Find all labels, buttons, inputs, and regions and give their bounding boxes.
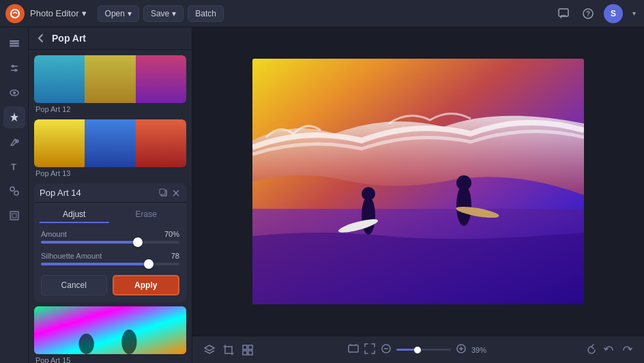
- svg-point-15: [10, 187, 14, 191]
- preset-thumb-13: [34, 119, 186, 167]
- app-title-chevron: ▾: [82, 8, 87, 18]
- rail-effects-button[interactable]: [3, 106, 25, 128]
- canvas-image: [252, 59, 584, 304]
- svg-rect-37: [248, 351, 252, 355]
- canvas-area: [192, 27, 644, 336]
- amount-slider-thumb[interactable]: [133, 237, 143, 247]
- expanded-copy-button[interactable]: [159, 188, 169, 198]
- rail-paint-button[interactable]: [3, 131, 25, 153]
- icon-rail: T: [0, 27, 29, 363]
- apply-button[interactable]: Apply: [113, 275, 180, 295]
- rail-objects-button[interactable]: [3, 180, 25, 202]
- svg-rect-5: [10, 43, 19, 45]
- app-logo: [5, 4, 25, 23]
- bottom-bar: 39%: [192, 336, 644, 363]
- rail-layers-button[interactable]: [3, 33, 25, 55]
- svg-point-32: [456, 175, 471, 190]
- bottom-history-button[interactable]: [585, 344, 598, 356]
- expanded-buttons: Cancel Apply: [34, 271, 186, 302]
- svg-rect-6: [10, 45, 19, 47]
- left-panel: Pop Art Pop Art 12 Pop Art 13: [29, 27, 192, 363]
- topbar-actions: Open ▾ Save ▾ Batch: [98, 5, 224, 22]
- preset-item-12[interactable]: Pop Art 12: [34, 55, 186, 115]
- svg-point-25: [121, 330, 136, 354]
- topbar-right: ? S ▾: [555, 4, 639, 23]
- svg-rect-38: [349, 345, 358, 352]
- app-title-button[interactable]: Photo Editor ▾: [30, 8, 87, 18]
- batch-button[interactable]: Batch: [188, 5, 224, 22]
- bottom-right-icons: [585, 344, 633, 356]
- svg-rect-23: [34, 306, 186, 354]
- canvas-column: 39%: [192, 27, 644, 363]
- tab-adjust[interactable]: Adjust: [40, 207, 109, 223]
- svg-point-16: [14, 191, 18, 195]
- save-label: Save: [151, 9, 169, 18]
- zoom-in-button[interactable]: [455, 343, 467, 358]
- rail-eye-button[interactable]: [3, 82, 25, 104]
- rail-frames-button[interactable]: [3, 205, 25, 227]
- fit-width-button[interactable]: [347, 343, 360, 358]
- save-chevron: ▾: [172, 9, 176, 18]
- silhouette-slider[interactable]: [41, 263, 179, 265]
- svg-text:?: ?: [586, 10, 590, 18]
- topbar: Photo Editor ▾ Open ▾ Save ▾ Batch ? S ▾: [0, 0, 644, 27]
- amount-slider-row: Amount 70%: [34, 227, 186, 249]
- svg-point-28: [362, 197, 375, 235]
- amount-slider-fill: [41, 241, 138, 244]
- amount-slider[interactable]: [41, 241, 179, 244]
- thumb-15-bg: [34, 306, 186, 354]
- undo-button[interactable]: [603, 344, 615, 356]
- save-button[interactable]: Save ▾: [143, 5, 184, 22]
- svg-point-12: [13, 91, 16, 94]
- expand-button[interactable]: ▾: [630, 7, 639, 20]
- preset-thumb-15: [34, 306, 186, 354]
- zoom-slider-thumb[interactable]: [414, 347, 421, 353]
- tab-erase[interactable]: Erase: [112, 207, 181, 223]
- bottom-grid-button[interactable]: [241, 344, 254, 356]
- rail-adjust-button[interactable]: [3, 57, 25, 79]
- svg-rect-35: [248, 345, 252, 349]
- svg-rect-17: [10, 212, 18, 220]
- rail-text-button[interactable]: T: [3, 156, 25, 177]
- svg-point-31: [456, 185, 471, 226]
- open-button[interactable]: Open ▾: [98, 5, 139, 22]
- avatar-button[interactable]: S: [604, 4, 623, 23]
- silhouette-slider-row: Silhouette Amount 78: [34, 249, 186, 271]
- expanded-header-actions: [159, 188, 181, 198]
- svg-rect-18: [12, 214, 16, 218]
- zoom-slider[interactable]: [396, 349, 451, 351]
- avatar-initial: S: [611, 9, 616, 18]
- batch-label: Batch: [195, 9, 216, 18]
- zoom-out-button[interactable]: [380, 343, 392, 358]
- help-icon-button[interactable]: ?: [579, 5, 597, 23]
- preset-label-13: Pop Art 13: [34, 167, 186, 179]
- chat-icon-button[interactable]: [555, 5, 572, 23]
- preset-label-12: Pop Art 12: [34, 103, 186, 115]
- bottom-crop-button[interactable]: [222, 344, 235, 356]
- amount-label: Amount: [41, 230, 67, 238]
- amount-label-row: Amount 70%: [41, 230, 179, 238]
- main-area: T Pop Art Pop Art 12: [0, 27, 644, 363]
- bottom-layers-button[interactable]: [203, 344, 216, 356]
- open-chevron: ▾: [128, 9, 132, 18]
- canvas-svg: [252, 59, 584, 304]
- svg-point-10: [14, 69, 17, 72]
- panel-back-button[interactable]: [35, 33, 46, 44]
- preset-item-13[interactable]: Pop Art 13: [34, 119, 186, 179]
- open-label: Open: [105, 9, 125, 18]
- exp-tabs: Adjust Erase: [34, 203, 186, 227]
- svg-rect-4: [10, 40, 19, 42]
- svg-point-29: [362, 187, 375, 201]
- preset-label-15: Pop Art 15: [34, 354, 186, 363]
- svg-rect-36: [243, 351, 247, 355]
- panel-scroll[interactable]: Pop Art 12 Pop Art 13 Pop Art 14: [29, 50, 192, 363]
- preset-item-15[interactable]: Pop Art 15: [34, 306, 186, 363]
- panel-title: Pop Art: [52, 33, 86, 44]
- expanded-title: Pop Art 14: [40, 188, 159, 198]
- cancel-button[interactable]: Cancel: [41, 275, 107, 295]
- expanded-close-button[interactable]: [171, 188, 181, 198]
- silhouette-slider-thumb[interactable]: [144, 259, 153, 269]
- redo-button[interactable]: [621, 344, 633, 356]
- bottom-left-icons: [203, 344, 254, 356]
- fit-screen-button[interactable]: [364, 343, 376, 358]
